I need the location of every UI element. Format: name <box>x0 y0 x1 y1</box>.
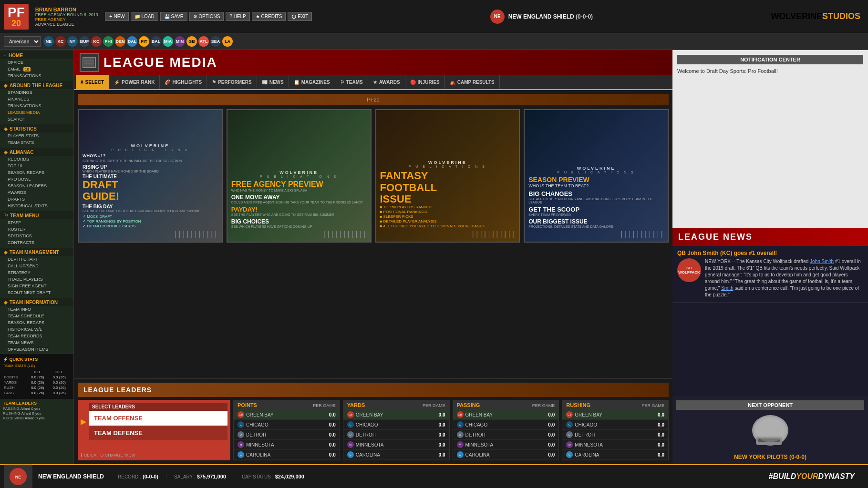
team-icon-10[interactable]: BAL <box>151 36 161 47</box>
team-icon-9[interactable]: PIT <box>139 36 149 47</box>
sidebar-section-team-info: ◈ TEAM INFORMATION TEAM INFO TEAM SCHEDU… <box>0 297 73 354</box>
sidebar-item-team-stats[interactable]: TEAM STATS <box>0 139 73 146</box>
team-icon-3[interactable]: NY <box>67 36 78 47</box>
tab-news[interactable]: 📰 NEWS <box>257 75 289 89</box>
sidebar-header-home[interactable]: ⌂ HOME <box>0 51 73 59</box>
team-icon-8[interactable]: DAL <box>127 36 137 47</box>
sidebar-item-historical-wl[interactable]: HISTORICAL W/L <box>0 326 73 333</box>
help-button[interactable]: ? HELP <box>226 12 249 21</box>
team-icon-14[interactable]: ATL <box>198 36 209 47</box>
team-icon-7[interactable]: DEN <box>115 36 125 47</box>
news-link-smith2[interactable]: Smith <box>721 285 734 291</box>
magazines-promo-bar: PF20 <box>78 94 669 105</box>
league-leaders-section: LEAGUE LEADERS ▶ SELECT LEADERS TEAM OFF… <box>74 378 672 464</box>
sidebar-item-pro-bowl[interactable]: PRO BOWL <box>0 176 73 183</box>
sidebar-item-sign-free-agent[interactable]: SIGN FREE AGENT <box>0 283 73 289</box>
sidebar-header-team-info[interactable]: ◈ TEAM INFORMATION <box>0 298 73 306</box>
ll-stat-row-min-yards: M MINNESOTA 0.0 <box>343 440 449 450</box>
conference-dropdown[interactable]: American National <box>4 36 41 47</box>
tab-camp-results[interactable]: ⛺ CAMP RESULTS <box>445 75 500 89</box>
sidebar-item-callup[interactable]: CALL UP/SEND <box>0 263 73 269</box>
tab-power-rank[interactable]: ⚡ POWER RANK <box>109 75 160 89</box>
highlights-icon: 🏈 <box>165 80 170 85</box>
tab-highlights[interactable]: 🏈 HIGHLIGHTS <box>160 75 207 89</box>
team-icon-6[interactable]: PHI <box>103 36 114 47</box>
sidebar-item-team-info[interactable]: TEAM INFO <box>0 306 73 313</box>
status-record-value: (0-0-0) <box>143 474 158 479</box>
team-icon-13[interactable]: GB <box>186 36 197 47</box>
sidebar-item-atl-transactions[interactable]: TRANSACTIONS <box>0 102 73 109</box>
sidebar-header-team-menu[interactable]: ⚐ TEAM MENU <box>0 211 73 219</box>
news-link-smith[interactable]: John Smith <box>810 259 834 264</box>
tab-performers[interactable]: ⚑ PERFORMERS <box>207 75 257 89</box>
sidebar-item-team-schedule[interactable]: TEAM SCHEDULE <box>0 313 73 319</box>
sidebar-item-contracts[interactable]: CONTRACTS <box>0 239 73 246</box>
chi-icon-rushing: C <box>566 421 573 428</box>
sidebar-item-top10[interactable]: TOP 10 <box>0 163 73 169</box>
sidebar-item-season-leaders[interactable]: SEASON LEADERS <box>0 183 73 189</box>
magazine-card-fantasy[interactable]: WOLVERINE P U B L I C A T I O N S FANTAS… <box>375 109 520 243</box>
team-icon-15[interactable]: SEA <box>210 36 221 47</box>
sidebar-item-transactions[interactable]: TRANSACTIONS <box>0 72 73 79</box>
sidebar-item-standings[interactable]: STANDINGS <box>0 89 73 96</box>
sidebar-item-office[interactable]: OFFICE <box>0 59 73 66</box>
ll-change-view[interactable]: ℹ CLICK TO CHANGE VIEW <box>81 453 227 458</box>
sidebar-item-tm-statistics[interactable]: STATISTICS <box>0 233 73 239</box>
sidebar-item-team-season-recaps[interactable]: SEASON RECAPS <box>0 319 73 326</box>
tab-magazines[interactable]: 📋 MAGAZINES <box>289 75 335 89</box>
advance-league: ADVANCE LEAGUE <box>35 22 98 27</box>
new-button[interactable]: ✦ NEW <box>105 12 129 21</box>
tab-teams[interactable]: ⚐ TEAMS <box>335 75 368 89</box>
sidebar-item-strategy[interactable]: STRATEGY <box>0 269 73 276</box>
sidebar-item-records[interactable]: RECORDS <box>0 156 73 163</box>
sidebar-section-almanac: ◈ ALMANAC RECORDS TOP 10 SEASON RECAPS P… <box>0 147 73 210</box>
team-icon-2[interactable]: KC <box>55 36 66 47</box>
sidebar-item-drafts[interactable]: DRAFTS <box>0 196 73 203</box>
sidebar-item-trade-players[interactable]: TRADE PLAYERS <box>0 276 73 283</box>
load-button[interactable]: 📁 LOAD <box>131 12 158 21</box>
free-agency: FREE AGENCY <box>35 17 98 22</box>
gb-icon-passing: GB <box>457 411 464 418</box>
sidebar-item-staff[interactable]: STAFF <box>0 219 73 226</box>
sidebar-item-season-recaps[interactable]: SEASON RECAPS <box>0 169 73 176</box>
magazine-card-season[interactable]: WOLVERINE P U B L I C A T I O N S SEASON… <box>524 109 669 243</box>
ll-btn-team-offense[interactable]: TEAM OFFENSE <box>89 411 227 426</box>
tab-awards[interactable]: ★ AWARDS <box>368 75 405 89</box>
ll-stat-row-car-points: C CAROLINA 0.0 <box>234 450 340 460</box>
team-icon-4[interactable]: BUF <box>79 36 90 47</box>
sidebar-item-email[interactable]: EMAIL 16 <box>0 66 73 72</box>
det-icon-passing: D <box>457 431 464 438</box>
ll-stat-panel-rushing: RUSHING PER GAME GB GREEN BAY 0.0 C C <box>562 400 669 460</box>
sidebar-item-depth-chart[interactable]: DEPTH CHART <box>0 256 73 263</box>
team-icon-11[interactable]: MIA <box>163 36 173 47</box>
save-button[interactable]: 💾 SAVE <box>160 12 187 21</box>
sidebar-item-finances[interactable]: FINANCES <box>0 96 73 102</box>
sidebar-item-roster[interactable]: ROSTER <box>0 226 73 233</box>
sidebar-item-scout-next-draft[interactable]: SCOUT NEXT DRAFT <box>0 289 73 296</box>
team-icon-12[interactable]: MIN <box>175 36 185 47</box>
team-icon-16[interactable]: LA <box>222 36 233 47</box>
credits-button[interactable]: ★ CREDITS <box>252 12 286 21</box>
sidebar-header-atl[interactable]: ◈ AROUND THE LEAGUE <box>0 81 73 89</box>
team-icon-1[interactable]: NE <box>43 36 54 47</box>
sidebar-header-almanac[interactable]: ◈ ALMANAC <box>0 148 73 156</box>
sidebar-item-offseason-items[interactable]: OFFSEASON ITEMS <box>0 346 73 353</box>
exit-button[interactable]: ⏻ EXIT <box>288 12 312 21</box>
sidebar-header-team-management[interactable]: ◈ TEAM MANAGEMENT <box>0 248 73 256</box>
options-button[interactable]: ⚙ OPTIONS <box>189 12 224 21</box>
team-icon-5[interactable]: KC <box>91 36 102 47</box>
sidebar-item-league-media[interactable]: LEAGUE MEDIA <box>0 109 73 116</box>
sidebar-item-search[interactable]: SEARCH <box>0 116 73 122</box>
sidebar-item-historical-stats[interactable]: HISTORICAL STATS <box>0 203 73 209</box>
sidebar-header-statistics[interactable]: ◈ STATISTICS <box>0 124 73 132</box>
tab-select[interactable]: # SELECT <box>76 75 109 89</box>
sidebar-item-player-stats[interactable]: PLAYER STATS <box>0 132 73 139</box>
ll-btn-team-defense[interactable]: TEAM DEFENSE <box>89 426 227 440</box>
sidebar-item-team-news[interactable]: TEAM NEWS <box>0 339 73 346</box>
ll-stat-row-min-points: M MINNESOTA 0.0 <box>234 440 340 450</box>
tab-injuries[interactable]: 🔴 INJURIES <box>405 75 445 89</box>
sidebar-item-team-records[interactable]: TEAM RECORDS <box>0 333 73 339</box>
magazine-card-draft[interactable]: WOLVERINE P U B L I C A T I O N S WHO'S … <box>78 109 223 243</box>
magazine-card-freeagency[interactable]: WOLVERINE P U B L I C A T I O N S FREE A… <box>227 109 372 243</box>
sidebar-item-awards[interactable]: AWARDS <box>0 189 73 196</box>
